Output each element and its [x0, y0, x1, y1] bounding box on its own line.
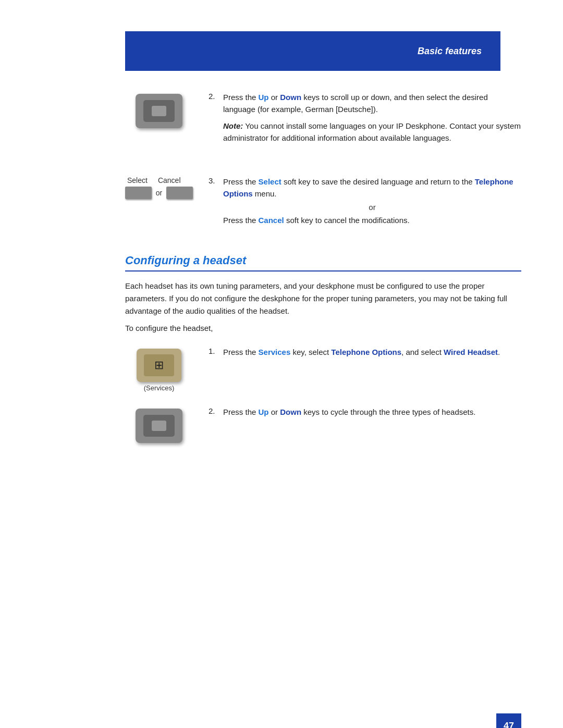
cancel-label: Cancel: [158, 176, 181, 184]
step3-row: 3. Press the Select soft key to save the…: [209, 176, 521, 227]
step3-text-end: menu.: [253, 189, 277, 198]
cancel-key-button[interactable]: [166, 187, 193, 199]
page-number-box: 47: [496, 713, 521, 728]
cs1-end: .: [498, 348, 500, 356]
config-step2-number: 2.: [209, 406, 221, 415]
section-intro: Each headset has its own tuning paramete…: [125, 280, 521, 317]
cs1-wired-link: Wired Headset: [444, 348, 498, 356]
cancel-press-text: Press the Cancel soft key to cancel the …: [223, 215, 521, 227]
step3-text-col: 3. Press the Select soft key to save the…: [209, 176, 521, 239]
down-key-label: Down: [280, 93, 301, 102]
config-step1-text-col: 1. Press the Services key, select Teleph…: [209, 347, 521, 371]
config-step1-section: ⊞ (Services) 1. Press the Services key, …: [125, 347, 521, 392]
cancel-press-before: Press the: [223, 216, 259, 225]
cs1-telephone-link: Telephone Options: [331, 348, 401, 356]
config-step1-row: 1. Press the Services key, select Teleph…: [209, 347, 521, 359]
config-nav-key-center: [152, 421, 166, 431]
config-step2-row: 2. Press the Up or Down keys to cycle th…: [209, 406, 521, 418]
config-step2-section: 2. Press the Up or Down keys to cycle th…: [125, 406, 521, 443]
step2-image-col: [125, 92, 193, 128]
header-title: Basic features: [418, 46, 482, 57]
step2-row: 2. Press the Up or Down keys to scroll u…: [209, 92, 521, 149]
step2-number: 2.: [209, 92, 221, 101]
cs2-up-link: Up: [259, 408, 269, 416]
soft-keys-row: or: [125, 187, 193, 199]
note-box: Note: You cannot install some languages …: [223, 120, 521, 144]
section-heading: Configuring a headset: [125, 254, 521, 267]
step2-text-col: 2. Press the Up or Down keys to scroll u…: [209, 92, 521, 162]
step3-text: Press the Select soft key to save the de…: [223, 176, 521, 200]
cs2-or: or: [271, 408, 280, 416]
step3-image-col: Select Cancel or: [125, 176, 193, 199]
select-key-button[interactable]: [125, 187, 152, 199]
header-bar: Basic features: [125, 31, 500, 71]
services-key-inner: ⊞: [144, 354, 174, 376]
step3-content: Press the Select soft key to save the de…: [223, 176, 521, 227]
step3-text-mid: soft key to save the desired language an…: [282, 177, 475, 186]
cs1-services-link: Services: [259, 348, 291, 356]
config-step1-number: 1.: [209, 347, 221, 355]
section-divider: [125, 270, 521, 272]
cancel-key-link: Cancel: [259, 216, 284, 225]
config-step1-image-col: ⊞ (Services): [125, 347, 193, 392]
services-label: (Services): [144, 384, 175, 392]
step3-text-before: Press the: [223, 177, 259, 186]
config-nav-key-inner: [143, 415, 175, 437]
up-key-label: Up: [259, 93, 269, 102]
configuring-section: Configuring a headset Each headset has i…: [125, 254, 521, 443]
config-step2-text-col: 2. Press the Up or Down keys to cycle th…: [209, 406, 521, 431]
services-key-image: ⊞: [137, 349, 181, 382]
cs1-before: Press the: [223, 348, 259, 356]
select-key-link: Select: [259, 177, 282, 186]
soft-key-labels: Select Cancel: [125, 176, 193, 184]
step2-text: Press the Up or Down keys to scroll up o…: [223, 92, 521, 115]
config-nav-key-image: [136, 409, 182, 443]
config-step1-text: Press the Services key, select Telephone…: [223, 347, 500, 359]
step3-section: Select Cancel or 3. Press the Select sof…: [125, 176, 521, 239]
config-step2-image-col: [125, 406, 193, 443]
content-area: 2. Press the Up or Down keys to scroll u…: [125, 92, 521, 443]
services-key-icon: ⊞: [154, 359, 164, 372]
cs2-down-link: Down: [280, 408, 301, 416]
nav-key-image: [136, 94, 182, 128]
config-step2-text: Press the Up or Down keys to cycle throu…: [223, 406, 475, 418]
nav-key-center: [152, 106, 166, 116]
step2-or-inline: or: [271, 93, 278, 102]
page-container: Basic features 2. Press the Up: [0, 31, 563, 728]
to-configure-text: To configure the headset,: [125, 323, 521, 335]
cancel-text: soft key to cancel the modifications.: [284, 216, 410, 225]
cs1-mid: key, select: [290, 348, 331, 356]
note-text: You cannot install some languages on you…: [223, 121, 521, 142]
page-number: 47: [504, 721, 514, 729]
cs1-mid2: , and select: [401, 348, 444, 356]
step3-number: 3.: [209, 176, 221, 185]
step2-section: 2. Press the Up or Down keys to scroll u…: [125, 92, 521, 162]
select-label: Select: [127, 176, 148, 184]
cs2-end: keys to cycle through the three types of…: [301, 408, 475, 416]
step2-content: Press the Up or Down keys to scroll up o…: [223, 92, 521, 149]
nav-key-inner: [143, 100, 175, 122]
cs2-before: Press the: [223, 408, 259, 416]
or-centered: or: [223, 203, 521, 212]
or-text: or: [156, 189, 162, 197]
note-label: Note:: [223, 121, 243, 130]
